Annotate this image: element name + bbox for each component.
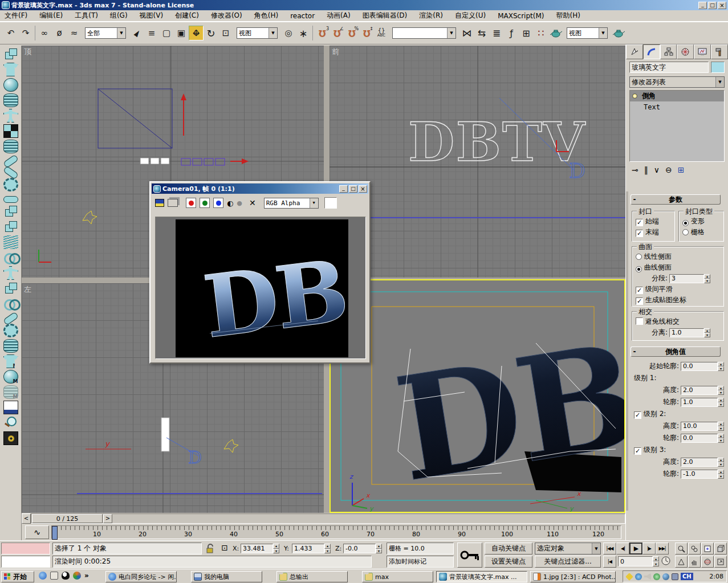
percent-snap-icon[interactable]: Ω% xyxy=(344,26,359,40)
motor-icon[interactable] xyxy=(3,178,18,191)
green-channel-button[interactable] xyxy=(200,198,210,208)
absolute-offset-toggle-icon[interactable]: ⊡ xyxy=(219,543,230,555)
link-icon[interactable]: ∞ xyxy=(37,26,52,40)
taskbar-item-output-folder[interactable]: 总输出 xyxy=(276,571,348,582)
set-key-button[interactable]: 设置关键点 xyxy=(485,556,532,568)
menu-modifiers[interactable]: 修改器(O) xyxy=(211,11,242,21)
zoom-extents-all-icon[interactable] xyxy=(714,543,727,555)
y-coordinate-spinner[interactable]: 1.433▴▾ xyxy=(292,544,331,553)
angle-snap-icon[interactable]: Ω∠ xyxy=(330,26,344,40)
pan-icon[interactable] xyxy=(688,556,701,568)
track-bar-frame-handle[interactable] xyxy=(52,526,58,540)
menu-file[interactable]: 文件(F) xyxy=(5,11,27,21)
water-icon[interactable] xyxy=(3,235,18,249)
x-coordinate-spinner[interactable]: 33.481▴▾ xyxy=(241,544,279,553)
menu-animation[interactable]: 动画(A) xyxy=(327,11,351,21)
cap-end-checkbox[interactable]: ✓ xyxy=(636,230,643,237)
rectangular-selection-icon[interactable]: ▢ xyxy=(159,26,174,40)
remove-modifier-icon[interactable]: ⊖ xyxy=(665,165,672,174)
clear-icon[interactable]: ✕ xyxy=(249,198,256,207)
menu-customize[interactable]: 自定义(U) xyxy=(455,11,486,21)
open-mini-curve-editor-button[interactable]: ∿ xyxy=(25,525,49,539)
quick-launch-more-icon[interactable]: » xyxy=(84,572,89,580)
start-outline-spinner[interactable]: 0.0▴▾ xyxy=(681,362,724,371)
tray-q-icon[interactable] xyxy=(635,573,642,580)
media-player-icon[interactable] xyxy=(73,572,81,580)
spring-icon[interactable] xyxy=(3,140,18,153)
make-unique-icon[interactable]: ∨ xyxy=(654,165,660,174)
next-frame-button[interactable]: |▶ xyxy=(642,543,656,555)
object-name-field[interactable]: 玻璃英文字 xyxy=(629,62,709,73)
avoid-intersections-checkbox[interactable] xyxy=(636,317,643,325)
cloth-collection-icon[interactable] xyxy=(3,63,18,76)
cap-start-checkbox[interactable]: ✓ xyxy=(636,219,643,226)
object-color-swatch[interactable] xyxy=(711,62,725,73)
clone-window-icon[interactable] xyxy=(168,199,178,207)
level3-checkbox[interactable]: ✓ xyxy=(634,447,641,455)
alpha-channel-icon[interactable]: ● xyxy=(237,199,242,207)
red-channel-button[interactable] xyxy=(186,198,196,208)
close-button[interactable]: × xyxy=(718,2,726,9)
linear-sides-radio[interactable] xyxy=(636,254,642,260)
tray-messenger-icon[interactable] xyxy=(653,573,660,580)
point-path-constraint-icon[interactable] xyxy=(3,339,18,353)
render-maximize-button[interactable]: □ xyxy=(349,185,357,193)
maxscript-mini-listener-white[interactable] xyxy=(1,556,50,568)
select-and-manipulate-icon[interactable]: ∗ xyxy=(296,26,311,40)
title-bar[interactable]: 背景玻璃英文字.max - 3ds max 7 - Stand-alone Li… xyxy=(0,0,728,10)
configure-modifier-sets-icon[interactable]: ⊞ xyxy=(678,165,685,174)
tab-create[interactable] xyxy=(626,44,643,59)
lightbulb-icon[interactable] xyxy=(632,93,637,99)
zoom-extents-icon[interactable] xyxy=(701,543,714,555)
level2-height-spinner[interactable]: 10.0▴▾ xyxy=(681,422,724,431)
fracture-icon[interactable] xyxy=(3,220,18,234)
time-slider-left-arrow[interactable]: < xyxy=(22,513,31,524)
minimize-button[interactable]: _ xyxy=(698,2,707,9)
undo-icon[interactable]: ↶ xyxy=(3,26,18,40)
apply-rope-modifier-icon[interactable]: M xyxy=(3,385,18,399)
linear-dashpot-icon[interactable] xyxy=(2,154,18,169)
track-bar-ruler[interactable]: 10 20 30 40 50 60 70 80 90 100 110 120 xyxy=(51,525,621,539)
menu-rendering[interactable]: 渲染(R) xyxy=(419,11,443,21)
hinge-constraint-icon[interactable] xyxy=(3,282,18,295)
viewport-camera[interactable]: DB1 x y z x y xyxy=(330,279,625,513)
modifier-list-dropdown[interactable]: 修改器列表▼ xyxy=(629,76,725,88)
keyboard-shortcut-toggle-icon[interactable]: {}ABC xyxy=(374,26,389,40)
language-indicator[interactable]: CH xyxy=(681,573,693,580)
menu-group[interactable]: 组(G) xyxy=(110,11,128,21)
level2-checkbox[interactable]: ✓ xyxy=(634,411,641,419)
menu-help[interactable]: 帮助(H) xyxy=(556,11,580,21)
tab-utilities[interactable] xyxy=(711,44,728,59)
stack-item-bevel[interactable]: 倒角 xyxy=(630,91,724,101)
rollout-parameters[interactable]: - 参数 xyxy=(631,194,721,205)
time-configuration-icon[interactable] xyxy=(661,556,672,566)
add-time-tag-field[interactable]: 添加时间标记 xyxy=(387,556,454,568)
min-max-toggle-icon[interactable] xyxy=(714,556,727,568)
select-by-name-icon[interactable]: ≡ xyxy=(144,26,159,40)
smooth-checkbox[interactable]: ✓ xyxy=(636,287,643,294)
apply-soft-body-modifier-icon[interactable]: M xyxy=(3,370,18,384)
spinner-snap-icon[interactable]: Ω↕ xyxy=(359,26,374,40)
play-button[interactable]: ▶ xyxy=(629,543,642,555)
plane-icon[interactable] xyxy=(3,124,18,138)
named-selection-dropdown[interactable]: ▼ xyxy=(392,27,456,39)
bind-to-spacewarp-icon[interactable]: ≈ xyxy=(67,26,82,40)
render-close-button[interactable]: × xyxy=(359,185,367,193)
menu-graph-editors[interactable]: 图表编辑器(D) xyxy=(363,11,408,21)
segments-spinner[interactable]: 3▴▾ xyxy=(669,274,710,283)
selection-filter-dropdown[interactable]: 全部▼ xyxy=(85,27,126,39)
render-scene-icon[interactable] xyxy=(548,26,563,40)
rope-collection-icon[interactable] xyxy=(3,93,18,107)
analyze-world-icon[interactable] xyxy=(3,431,18,445)
tab-hierarchy[interactable] xyxy=(660,44,677,59)
render-window-titlebar[interactable]: Camera01, 帧 0 (1:1) _ □ × xyxy=(152,184,368,194)
taskbar-item-acdsee[interactable]: 1.jpg [2:3] : ACD Phot... xyxy=(530,571,616,582)
grid-radio[interactable] xyxy=(682,229,689,235)
selection-set-dropdown[interactable]: 选定对象▼ xyxy=(535,543,601,555)
use-pivot-center-icon[interactable]: ◎ xyxy=(281,26,296,40)
apply-cloth-modifier-icon[interactable]: M xyxy=(3,354,18,368)
menu-create[interactable]: 创建(C) xyxy=(175,11,199,21)
mono-channel-icon[interactable]: ◐ xyxy=(227,199,233,207)
taskbar-item-3dsmax[interactable]: 背景玻璃英文字.max ... xyxy=(436,571,527,582)
select-and-move-icon[interactable]: ↔↕ xyxy=(189,26,204,40)
